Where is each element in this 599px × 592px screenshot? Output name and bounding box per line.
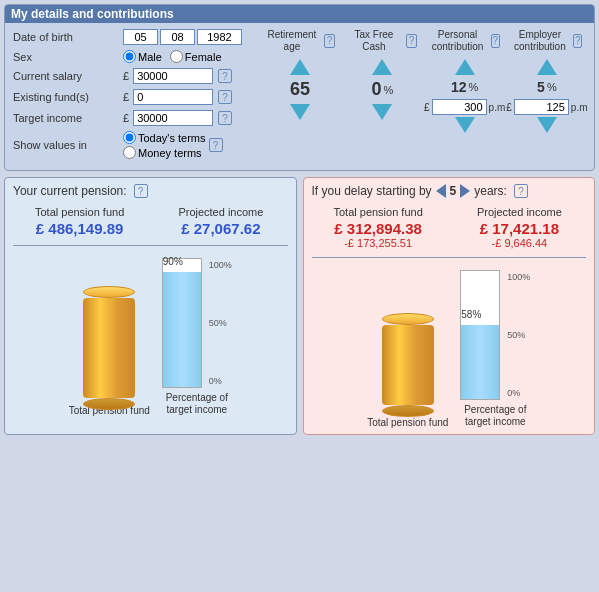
employer-up-arrow[interactable]	[537, 59, 557, 75]
show-todays-label[interactable]: Today's terms	[123, 131, 206, 144]
salary-help-icon[interactable]: ?	[218, 69, 232, 83]
sex-male-label[interactable]: Male	[123, 50, 162, 63]
tax-free-value-row: 0 %	[371, 77, 393, 102]
show-values-options: Today's terms Money terms	[123, 131, 206, 159]
current-bar-percent: 90%	[163, 256, 201, 267]
delay-metrics-row: Total pension fund £ 312,894.38 -£ 173,2…	[312, 206, 587, 249]
show-todays-radio[interactable]	[123, 131, 136, 144]
bottom-panels: Your current pension: ? Total pension fu…	[4, 177, 595, 435]
delay-total-value: £ 312,894.38	[312, 220, 445, 237]
personal-input-row: £ p.m	[424, 99, 505, 115]
current-metrics-row: Total pension fund £ 486,149.89 Projecte…	[13, 206, 288, 237]
personal-unit: %	[469, 81, 479, 93]
current-bar-chart: 90% 100% 50% 0% Percentage oftarget inco…	[162, 258, 232, 416]
delay-left-arrow[interactable]	[436, 184, 446, 198]
existing-currency: £	[123, 91, 129, 103]
delay-bar-fill: 58%	[461, 325, 499, 399]
target-input[interactable]	[133, 110, 213, 126]
sex-label: Sex	[13, 51, 123, 63]
dob-day-input[interactable]	[123, 29, 158, 45]
delay-cylinder-label: Total pension fund	[367, 417, 448, 428]
delay-years: 5	[450, 184, 457, 198]
current-charts-row: Total pension fund 90% 100% 50% 0%	[13, 251, 288, 416]
delay-panel-title: If you delay starting by 5 years: ?	[312, 184, 587, 198]
top-panel: My details and contributions Date of bir…	[4, 4, 595, 171]
personal-down-arrow[interactable]	[455, 117, 475, 133]
delay-bar-percent: 58%	[461, 309, 499, 320]
delay-help-icon[interactable]: ?	[514, 184, 528, 198]
current-bar-label: Percentage oftarget income	[166, 392, 228, 416]
show-money-radio[interactable]	[123, 146, 136, 159]
current-projected: Projected income £ 27,067.62	[154, 206, 287, 237]
delay-total-diff: -£ 173,255.51	[312, 237, 445, 249]
existing-label: Existing fund(s)	[13, 91, 123, 103]
delay-total-label: Total pension fund	[312, 206, 445, 218]
target-currency: £	[123, 112, 129, 124]
tax-free-unit: %	[383, 84, 393, 96]
form-area: Date of birth Sex Male	[13, 29, 253, 164]
target-group: £ ?	[123, 110, 232, 126]
retirement-value: 65	[290, 79, 310, 100]
cylinder-top	[83, 286, 135, 298]
tax-free-up-arrow[interactable]	[372, 59, 392, 75]
delay-projected-label: Projected income	[453, 206, 586, 218]
current-pension-help-icon[interactable]: ?	[134, 184, 148, 198]
delay-bar-label: Percentage oftarget income	[464, 404, 526, 428]
current-cylinder: Total pension fund	[69, 286, 150, 416]
sex-female-label[interactable]: Female	[170, 50, 222, 63]
current-bar-fill: 90%	[163, 272, 201, 387]
salary-row: Current salary £ ?	[13, 68, 253, 84]
sex-male-radio[interactable]	[123, 50, 136, 63]
sex-radio-group: Male Female	[123, 50, 222, 63]
employer-value: 5	[537, 79, 545, 95]
personal-help-icon[interactable]: ?	[491, 34, 500, 48]
delay-projected: Projected income £ 17,421.18 -£ 9,646.44	[453, 206, 586, 249]
personal-up-arrow[interactable]	[455, 59, 475, 75]
retirement-down-arrow[interactable]	[290, 104, 310, 120]
employer-value-row: 5 %	[537, 77, 557, 97]
cylinder-bottom	[83, 398, 135, 410]
employer-input-row: £ p.m	[506, 99, 587, 115]
employer-input[interactable]	[514, 99, 569, 115]
employer-down-arrow[interactable]	[537, 117, 557, 133]
show-money-label[interactable]: Money terms	[123, 146, 206, 159]
employer-help-icon[interactable]: ?	[573, 34, 582, 48]
employer-currency: £	[506, 102, 512, 113]
salary-currency: £	[123, 70, 129, 82]
target-help-icon[interactable]: ?	[218, 111, 232, 125]
delay-cylinder-bottom	[382, 405, 434, 417]
personal-pm: p.m	[489, 102, 506, 113]
employer-pm: p.m	[571, 102, 588, 113]
target-row: Target income £ ?	[13, 110, 253, 126]
dob-year-input[interactable]	[197, 29, 242, 45]
personal-currency: £	[424, 102, 430, 113]
sex-female-radio[interactable]	[170, 50, 183, 63]
tax-free-help-icon[interactable]: ?	[406, 34, 418, 48]
existing-input[interactable]	[133, 89, 213, 105]
delay-panel: If you delay starting by 5 years: ? Tota…	[303, 177, 596, 435]
delay-cylinder: Total pension fund	[367, 313, 448, 428]
delay-projected-value: £ 17,421.18	[453, 220, 586, 237]
salary-label: Current salary	[13, 70, 123, 82]
existing-row: Existing fund(s) £ ?	[13, 89, 253, 105]
controls-area: Retirement age ? 65 Tax Free Cash ? 0	[261, 29, 586, 164]
current-total-value: £ 486,149.89	[13, 220, 146, 237]
current-projected-value: £ 27,067.62	[154, 220, 287, 237]
delay-cylinder-top	[382, 313, 434, 325]
tax-free-value: 0	[371, 79, 381, 100]
salary-input[interactable]	[133, 68, 213, 84]
personal-input[interactable]	[432, 99, 487, 115]
employer-col: Employer contribution ? 5 % £ p.m	[512, 29, 582, 164]
delay-projected-diff: -£ 9,646.44	[453, 237, 586, 249]
tax-free-down-arrow[interactable]	[372, 104, 392, 120]
delay-right-arrow[interactable]	[460, 184, 470, 198]
retirement-help-icon[interactable]: ?	[324, 34, 335, 48]
showval-help-icon[interactable]: ?	[209, 138, 223, 152]
existing-help-icon[interactable]: ?	[218, 90, 232, 104]
dob-month-input[interactable]	[160, 29, 195, 45]
delay-cylinder-shape	[382, 313, 434, 413]
delay-bar-chart: 58% 100% 50% 0% Percentage oftarget inco…	[460, 270, 530, 428]
current-total-label: Total pension fund	[13, 206, 146, 218]
delay-bar-wrapper: 58% 100% 50% 0%	[460, 270, 530, 400]
retirement-up-arrow[interactable]	[290, 59, 310, 75]
